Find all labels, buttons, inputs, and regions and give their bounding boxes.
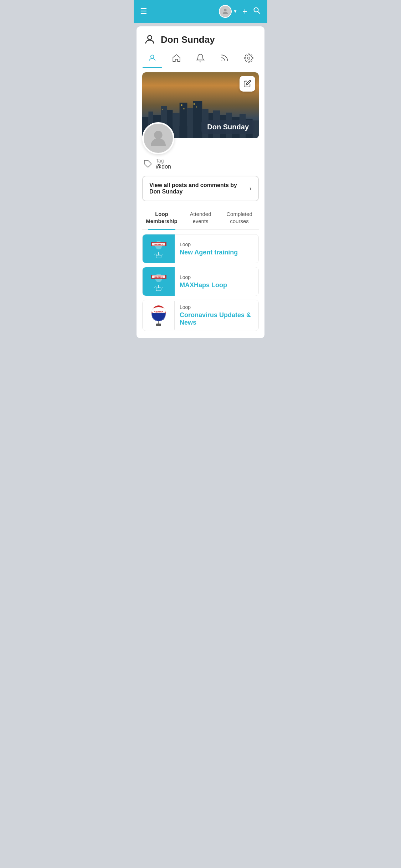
- tab-settings[interactable]: [237, 50, 261, 68]
- user-avatar-top: [219, 5, 232, 18]
- loop-title-3: Coronavirus Updates & News: [180, 311, 253, 326]
- loop-type-1: Loop: [180, 242, 238, 247]
- svg-rect-26: [181, 104, 182, 106]
- svg-point-1: [254, 8, 258, 12]
- svg-rect-15: [187, 108, 193, 138]
- tag-info: Tag @don: [156, 158, 171, 170]
- loop-thumb-coronavirus: RE/MAX: [143, 301, 175, 330]
- profile-name-badge: Don Sunday: [201, 120, 255, 134]
- caret-down-icon: ▼: [233, 9, 237, 14]
- rss-tab-icon: [220, 53, 229, 63]
- svg-point-31: [154, 131, 162, 139]
- search-icon[interactable]: [252, 6, 261, 17]
- tag-label: Tag: [156, 158, 171, 164]
- user-account-button[interactable]: ▼: [219, 5, 237, 18]
- svg-point-6: [248, 57, 250, 60]
- view-posts-label: View all posts and comments by Don Sunda…: [149, 182, 250, 195]
- loop-info-coronavirus: Loop Coronavirus Updates & News: [175, 300, 258, 331]
- person-icon: [221, 7, 229, 15]
- svg-point-3: [148, 36, 151, 40]
- svg-line-2: [258, 12, 260, 14]
- remax-logo-icon: RE/MAX: [144, 301, 173, 330]
- gear-tab-icon: [244, 53, 253, 63]
- loop-type-2: Loop: [180, 274, 227, 280]
- avatar-person-icon: [148, 128, 168, 148]
- tag-area: Tag @don: [144, 158, 257, 170]
- view-posts-button[interactable]: View all posts and comments by Don Sunda…: [142, 176, 259, 201]
- svg-point-4: [151, 55, 154, 58]
- edit-cover-button[interactable]: [240, 76, 255, 92]
- section-tab-completed-courses[interactable]: Completedcourses: [220, 207, 259, 229]
- section-tabs: LoopMembership Attendedevents Completedc…: [142, 207, 259, 230]
- tag-value: @don: [156, 164, 171, 170]
- profile-header-icon: [144, 33, 156, 46]
- svg-point-5: [222, 61, 222, 61]
- home-tab-icon: [172, 53, 181, 63]
- add-icon[interactable]: +: [242, 6, 247, 16]
- section-tab-attended-events[interactable]: Attendedevents: [181, 207, 220, 229]
- remax-balloon-icon-2: RE/MAX: [144, 267, 173, 296]
- loop-item-maxhaps[interactable]: RE/MAX Loop MAXHaps Loop: [142, 267, 259, 296]
- loop-list: RE/MAX Loop New Agent training: [142, 234, 259, 331]
- loop-thumb-maxhaps: RE/MAX: [143, 267, 175, 296]
- svg-rect-30: [162, 109, 163, 110]
- icon-tab-row: [137, 50, 264, 68]
- tab-notifications[interactable]: [189, 50, 213, 68]
- svg-rect-28: [194, 103, 195, 105]
- profile-name: Don Sunday: [161, 34, 215, 45]
- svg-rect-27: [183, 108, 184, 109]
- profile-tab-icon: [148, 53, 157, 63]
- tab-home[interactable]: [164, 50, 189, 68]
- hamburger-menu-icon[interactable]: ☰: [140, 7, 147, 16]
- svg-rect-16: [193, 101, 202, 138]
- loop-info-maxhaps: Loop MAXHaps Loop: [175, 270, 232, 293]
- svg-rect-51: [156, 324, 161, 326]
- svg-point-0: [224, 9, 226, 11]
- loop-title-2: MAXHaps Loop: [180, 281, 227, 289]
- remax-balloon-icon-1: RE/MAX: [144, 234, 173, 263]
- user-icon: [144, 33, 156, 46]
- main-card: Don Sunday: [137, 26, 264, 338]
- profile-avatar: [142, 122, 174, 154]
- section-tab-loop-membership[interactable]: LoopMembership: [142, 207, 181, 229]
- top-bar: ☰ ▼ +: [134, 0, 267, 23]
- svg-text:RE/MAX: RE/MAX: [154, 276, 163, 278]
- loop-title-1: New Agent training: [180, 249, 238, 256]
- tag-icon-container: [144, 160, 152, 168]
- tab-profile[interactable]: [140, 50, 164, 68]
- profile-header: Don Sunday: [137, 26, 264, 50]
- chevron-right-icon: ›: [250, 185, 252, 192]
- svg-rect-29: [196, 106, 197, 108]
- loop-item-new-agent[interactable]: RE/MAX Loop New Agent training: [142, 234, 259, 263]
- loop-type-3: Loop: [180, 304, 253, 310]
- svg-text:RE/MAX: RE/MAX: [154, 310, 164, 313]
- loop-thumb-new-agent: RE/MAX: [143, 234, 175, 263]
- tab-feed[interactable]: [212, 50, 237, 68]
- svg-rect-45: [156, 288, 161, 291]
- svg-text:RE/MAX: RE/MAX: [154, 243, 163, 246]
- bell-tab-icon: [196, 53, 205, 63]
- pencil-icon: [243, 80, 251, 88]
- svg-rect-38: [156, 255, 161, 258]
- loop-item-coronavirus[interactable]: RE/MAX Loop Coronavirus Updates & News: [142, 300, 259, 331]
- tag-icon: [144, 160, 152, 168]
- loop-info-new-agent: Loop New Agent training: [175, 237, 243, 260]
